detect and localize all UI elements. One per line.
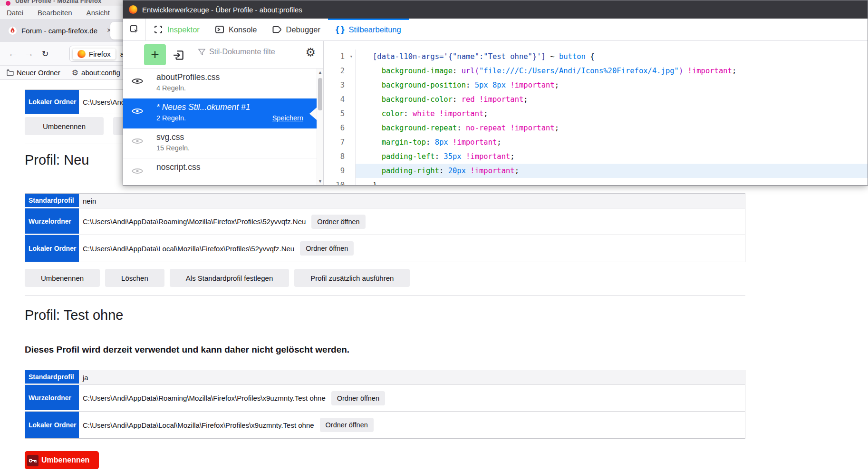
- profile-table-row: WurzelordnerC:\Users\Andi\AppData\Roamin…: [25, 385, 745, 412]
- bookmark-label: Neuer Ordner: [17, 69, 60, 77]
- devtools-window: Entwicklerwerkzeuge - Über Profile - abo…: [123, 0, 868, 186]
- stylesheet-name: svg.css: [156, 132, 323, 142]
- code-line-8[interactable]: 8 padding-left: 35px !important;: [324, 149, 868, 164]
- line-number: 10: [324, 178, 356, 185]
- row-value: C:\Users\Andi\AppData\Local\Mozilla\Fire…: [79, 235, 745, 262]
- open-folder-button[interactable]: Ordner öffnen: [311, 215, 365, 229]
- code-line-6[interactable]: 6 background-repeat: no-repeat !importan…: [324, 121, 868, 135]
- profile-action-profil-zus-tzlich-ausf-hren[interactable]: Profil zusätzlich ausführen: [294, 269, 410, 287]
- line-number: 1▾: [324, 49, 356, 64]
- rename-button[interactable]: Umbenennen: [25, 117, 104, 135]
- code-line-3[interactable]: 3 background-position: 5px 8px !importan…: [324, 78, 868, 92]
- browser-tab[interactable]: Forum - camp-firefox.de ×: [3, 19, 117, 42]
- code-line-4[interactable]: 4 background-color: red !important;: [324, 92, 868, 107]
- row-label: Standardprofil: [25, 194, 79, 208]
- styled-rename-button[interactable]: Umbenennen: [25, 451, 99, 469]
- row-value-text: C:\Users\Andi\AppData\Local\Mozilla\Fire…: [83, 421, 314, 429]
- save-stylesheet-link[interactable]: Speichern: [272, 114, 303, 122]
- row-value-text: C:\Users\Andi\AppData\Roaming\Mozilla\Fi…: [83, 217, 306, 226]
- eye-icon[interactable]: [132, 137, 143, 145]
- pick-element-button[interactable]: [123, 19, 146, 40]
- menu-item-0[interactable]: Datei: [7, 9, 23, 17]
- back-button[interactable]: ←: [5, 48, 21, 59]
- eye-icon[interactable]: [132, 167, 143, 175]
- search-engine-chip[interactable]: Firefox: [73, 49, 116, 59]
- profile-action-l-schen[interactable]: Löschen: [105, 269, 164, 287]
- stylesheet-rule-count: 4 Regeln.: [156, 84, 186, 92]
- flame-favicon-icon: [9, 27, 17, 35]
- row-value-text: C:\Users\And: [83, 98, 125, 106]
- fold-arrow-icon[interactable]: ▾: [349, 49, 353, 64]
- profile-table-row: Lokaler OrdnerC:\Users\Andi\AppData\Loca…: [25, 412, 745, 438]
- bookmark-neuer-ordner[interactable]: Neuer Ordner: [7, 69, 60, 77]
- options-gear-icon[interactable]: ⚙: [305, 47, 316, 58]
- divider: [25, 295, 745, 296]
- open-folder-button[interactable]: Ordner öffnen: [331, 391, 385, 405]
- stylesheet-item[interactable]: noscript.css: [123, 158, 323, 185]
- tab-stilbearbeitung[interactable]: { } Stilbearbeitung: [328, 19, 409, 40]
- stylesheet-item-selected[interactable]: * Neues Stil...okument #1 2 Regeln. Spei…: [123, 99, 323, 128]
- profile-action-umbenennen[interactable]: Umbenennen: [25, 269, 100, 287]
- firefox-logo-icon: [6, 1, 10, 6]
- open-folder-button[interactable]: Ordner öffnen: [320, 418, 374, 432]
- code-line-7[interactable]: 7 margin-top: 8px !important;: [324, 135, 868, 149]
- new-stylesheet-button[interactable]: +: [144, 44, 166, 65]
- selected-notch: [309, 108, 317, 120]
- code-line-5[interactable]: 5 color: white !important;: [324, 107, 868, 121]
- code-text: }: [356, 178, 868, 185]
- devtools-toolbar: Inspektor Konsole Debugger { } Stilbearb…: [123, 19, 868, 41]
- filter-stylesheets-input[interactable]: [209, 48, 314, 56]
- row-value-text: C:\Users\Andi\AppData\Roaming\Mozilla\Fi…: [83, 394, 326, 402]
- stylesheet-rule-count: 2 Regeln.: [156, 114, 186, 122]
- bookmark-about-config[interactable]: ⚙ about:config: [72, 69, 120, 77]
- pick-element-icon: [129, 24, 140, 35]
- css-code-editor[interactable]: 1▾[data-l10n-args='{"name":"Test ohne"}'…: [324, 41, 868, 185]
- profile-heading: Profil: Neu: [25, 152, 89, 168]
- eye-icon[interactable]: [132, 107, 143, 115]
- firefox-logo-icon: [129, 5, 137, 14]
- sidebar-scrollbar[interactable]: ▲ ▼: [317, 69, 323, 185]
- line-number: 7: [324, 135, 356, 149]
- main-window-title: Über Profile - Mozilla Firefox: [15, 0, 102, 4]
- code-text: background-image: url("file:///C:/Users/…: [356, 64, 868, 78]
- import-icon: [173, 49, 185, 61]
- scroll-up-icon[interactable]: ▲: [317, 69, 323, 76]
- stylesheet-item[interactable]: svg.css 15 Regeln.: [123, 128, 323, 158]
- eye-icon[interactable]: [132, 77, 143, 85]
- code-line-2[interactable]: 2 background-image: url("file:///C:/User…: [324, 64, 868, 78]
- row-label: Wurzelordner: [25, 385, 79, 411]
- tab-debugger[interactable]: Debugger: [265, 19, 328, 40]
- menu-item-1[interactable]: Bearbeiten: [38, 9, 72, 17]
- stylesheet-name: noscript.css: [156, 162, 323, 172]
- code-text: background-position: 5px 8px !important;: [356, 78, 868, 92]
- row-label: Lokaler Ordner: [25, 90, 79, 114]
- style-editor-toolbar: + ⚙: [123, 41, 323, 69]
- url-chip-label: Firefox: [89, 50, 111, 58]
- code-text: background-color: red !important;: [356, 92, 868, 107]
- styled-rename-label: Umbenennen: [41, 456, 89, 464]
- funnel-icon: [198, 49, 205, 56]
- line-number: 9: [324, 164, 356, 178]
- menu-item-2[interactable]: Ansicht: [87, 9, 110, 17]
- tab-label: Stilbearbeitung: [349, 25, 401, 34]
- scroll-down-icon[interactable]: ▼: [317, 177, 323, 185]
- tab-inspektor[interactable]: Inspektor: [146, 19, 207, 40]
- profile-table-row: Standardprofilnein: [25, 194, 745, 208]
- profile-heading: Profil: Test ohne: [25, 307, 123, 323]
- debugger-icon: [272, 25, 282, 34]
- code-line-1[interactable]: 1▾[data-l10n-args='{"name":"Test ohne"}'…: [324, 49, 868, 64]
- tab-konsole[interactable]: Konsole: [207, 19, 265, 40]
- open-folder-button[interactable]: Ordner öffnen: [300, 241, 354, 256]
- stylesheet-item[interactable]: aboutProfiles.css 4 Regeln.: [123, 69, 323, 99]
- reload-button[interactable]: ↻: [37, 49, 53, 59]
- firefox-logo-icon: [77, 50, 86, 58]
- profile-in-use-note: Dieses Profil wird derzeit verwendet und…: [25, 345, 349, 355]
- line-number: 4: [324, 92, 356, 107]
- profile-action-als-standardprofil-festlegen[interactable]: Als Standardprofil festlegen: [170, 269, 289, 287]
- forward-button[interactable]: →: [21, 48, 37, 59]
- row-value: nein: [79, 194, 745, 208]
- code-line-9[interactable]: 9 padding-right: 20px !important;: [324, 164, 868, 178]
- code-line-10[interactable]: 10}: [324, 178, 868, 185]
- scroll-thumb[interactable]: [318, 78, 322, 110]
- import-stylesheet-button[interactable]: [173, 49, 185, 61]
